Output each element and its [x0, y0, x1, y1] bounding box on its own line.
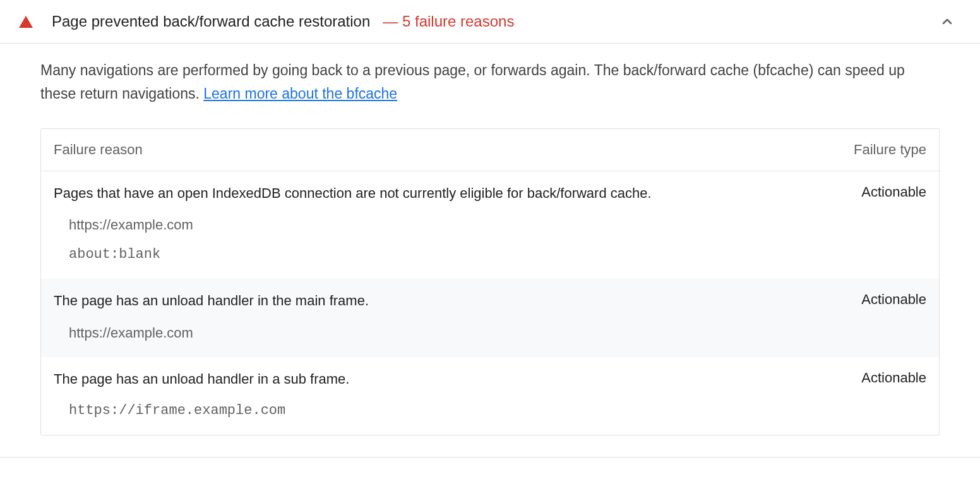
description-text: Many navigations are performed by going …: [40, 62, 905, 102]
summary-dash: —: [383, 13, 398, 30]
table-row: Pages that have an open IndexedDB connec…: [41, 171, 939, 279]
warning-triangle-icon: [19, 16, 33, 28]
failure-table: Failure reason Failure type Pages that h…: [40, 128, 940, 436]
url-list: https://iframe.example.com: [54, 401, 926, 421]
col-reason-header: Failure reason: [54, 142, 813, 158]
url-item: https://example.com: [69, 324, 926, 343]
table-header: Failure reason Failure type: [41, 129, 939, 171]
table-body: Pages that have an open IndexedDB connec…: [41, 171, 939, 435]
url-item: https://example.com: [69, 216, 926, 235]
audit-panel: Page prevented back/forward cache restor…: [0, 0, 980, 458]
url-item: https://iframe.example.com: [69, 401, 926, 421]
url-item: about:blank: [69, 245, 926, 265]
failure-reason: The page has an unload handler in a sub …: [54, 370, 813, 389]
summary-count: 5 failure reasons: [402, 13, 514, 30]
audit-summary: — 5 failure reasons: [383, 13, 514, 30]
audit-title: Page prevented back/forward cache restor…: [52, 13, 370, 30]
audit-body: Many navigations are performed by going …: [0, 44, 980, 457]
table-row: The page has an unload handler in a sub …: [41, 357, 939, 435]
col-type-header: Failure type: [813, 142, 926, 158]
row-top: Pages that have an open IndexedDB connec…: [54, 184, 926, 204]
chevron-up-icon[interactable]: [940, 14, 955, 29]
audit-description: Many navigations are performed by going …: [40, 59, 940, 106]
table-row: The page has an unload handler in the ma…: [41, 279, 939, 357]
row-top: The page has an unload handler in a sub …: [54, 370, 926, 389]
failure-reason: Pages that have an open IndexedDB connec…: [54, 184, 813, 204]
failure-type: Actionable: [813, 370, 926, 386]
audit-header[interactable]: Page prevented back/forward cache restor…: [0, 0, 980, 44]
url-list: https://example.com: [54, 324, 926, 343]
url-list: https://example.comabout:blank: [54, 216, 926, 265]
learn-more-link[interactable]: Learn more about the bfcache: [203, 85, 397, 102]
failure-type: Actionable: [813, 184, 926, 200]
failure-type: Actionable: [813, 291, 926, 308]
failure-reason: The page has an unload handler in the ma…: [54, 291, 813, 311]
row-top: The page has an unload handler in the ma…: [54, 291, 926, 311]
